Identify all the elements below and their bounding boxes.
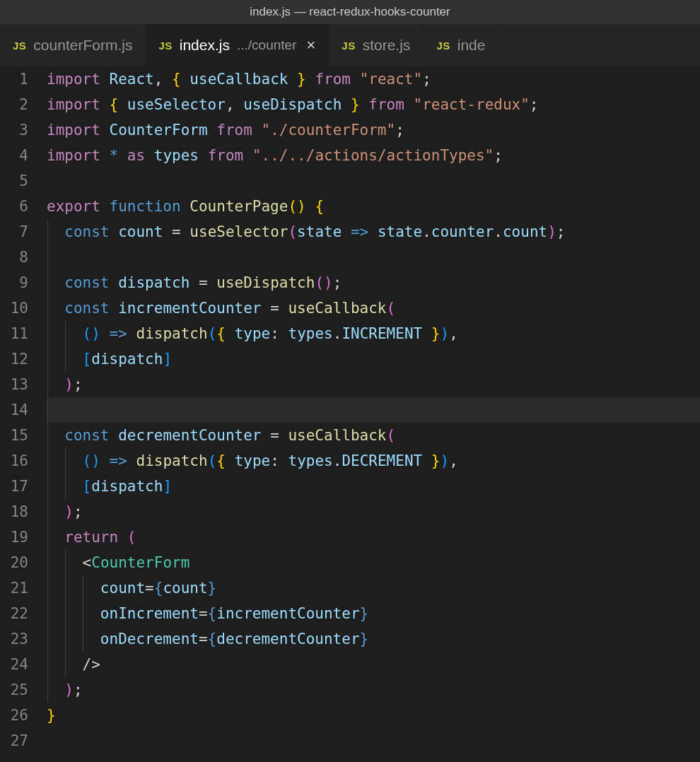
- token: "react": [360, 71, 423, 88]
- code-line[interactable]: );: [47, 372, 700, 397]
- close-icon[interactable]: ×: [306, 36, 315, 54]
- token: [110, 427, 119, 444]
- token: =: [199, 274, 208, 291]
- token: .: [333, 325, 342, 342]
- token: [226, 452, 235, 469]
- token: [127, 325, 136, 342]
- code-line[interactable]: const count = useSelector(state => state…: [47, 219, 700, 245]
- token: count: [118, 223, 163, 240]
- token: "../../actions/actionTypes": [252, 147, 494, 164]
- indent-guide: [47, 423, 48, 448]
- code-line[interactable]: () => dispatch({ type: types.DECREMENT }…: [47, 448, 700, 474]
- token: (: [387, 427, 396, 444]
- code-line[interactable]: const decrementCounter = useCallback(: [47, 423, 700, 448]
- tab-label: store.js: [363, 37, 411, 54]
- token: =>: [110, 452, 127, 469]
- code-line[interactable]: [47, 397, 700, 423]
- indent-guide: [65, 321, 66, 346]
- indent-guide: [47, 677, 48, 703]
- tab-bar: JScounterForm.jsJSindex.js.../counter×JS…: [0, 24, 700, 66]
- token: [422, 452, 431, 469]
- code-line[interactable]: return (: [47, 524, 700, 550]
- code-line[interactable]: count={count}: [47, 575, 700, 601]
- code-line[interactable]: onIncrement={incrementCounter}: [47, 601, 700, 626]
- tab-store-js[interactable]: JSstore.js: [329, 24, 424, 66]
- token: dispatch: [136, 452, 208, 469]
- line-number: 24: [0, 652, 28, 677]
- token: useDispatch: [243, 96, 342, 113]
- token: [243, 147, 252, 164]
- code-line[interactable]: />: [47, 652, 700, 677]
- token: [110, 300, 119, 317]
- code-line[interactable]: }: [47, 703, 700, 728]
- line-number: 21: [0, 575, 28, 601]
- code-line[interactable]: import CounterForm from "./counterForm";: [47, 117, 700, 143]
- token: INCREMENT: [342, 325, 422, 342]
- token: from: [208, 147, 244, 164]
- code-line[interactable]: [47, 728, 700, 754]
- token: [306, 71, 315, 88]
- tab-index-js[interactable]: JSindex.js.../counter×: [146, 24, 329, 66]
- code-line[interactable]: const incrementCounter = useCallback(: [47, 295, 700, 321]
- code-line[interactable]: const dispatch = useDispatch();: [47, 270, 700, 295]
- token: [306, 198, 315, 215]
- token: }: [208, 580, 217, 597]
- line-number: 19: [0, 524, 28, 550]
- token: ;: [74, 681, 83, 698]
- token: {: [216, 452, 226, 469]
- token: ): [547, 223, 556, 240]
- token: [368, 223, 378, 240]
- token: [118, 96, 127, 113]
- token: [422, 325, 431, 342]
- token: [47, 681, 64, 698]
- token: (: [83, 452, 92, 469]
- code-area[interactable]: import React, { useCallback } from "reac…: [47, 66, 700, 762]
- token: (: [208, 452, 217, 469]
- token: }: [360, 631, 369, 647]
- token: types: [288, 325, 333, 342]
- token: }: [431, 452, 441, 469]
- js-file-icon: JS: [13, 40, 26, 52]
- token: [100, 122, 110, 139]
- code-line[interactable]: [47, 245, 700, 270]
- code-line[interactable]: import React, { useCallback } from "reac…: [47, 66, 700, 92]
- tab-counterForm-js[interactable]: JScounterForm.js: [0, 24, 146, 66]
- code-line[interactable]: [47, 168, 700, 194]
- token: [47, 631, 100, 647]
- code-line[interactable]: );: [47, 677, 700, 703]
- token: [342, 223, 351, 240]
- token: ): [441, 325, 450, 342]
- indent-guide: [65, 575, 66, 601]
- code-line[interactable]: <CounterForm: [47, 550, 700, 575]
- token: {: [154, 580, 163, 597]
- token: =: [172, 223, 181, 240]
- token: [208, 274, 217, 291]
- token: [279, 325, 288, 342]
- code-line[interactable]: import * as types from "../../actions/ac…: [47, 143, 700, 168]
- line-number: 23: [0, 626, 28, 652]
- code-line[interactable]: import { useSelector, useDispatch } from…: [47, 92, 700, 117]
- token: [110, 274, 119, 291]
- token: import: [47, 96, 100, 113]
- line-number: 26: [0, 703, 28, 728]
- code-line[interactable]: [dispatch]: [47, 474, 700, 499]
- line-number: 12: [0, 346, 28, 372]
- tab-inde[interactable]: JSinde: [424, 24, 498, 66]
- token: [163, 223, 172, 240]
- indent-guide: [47, 626, 48, 652]
- token: [47, 427, 64, 444]
- code-line[interactable]: export function CounterPage() {: [47, 194, 700, 219]
- code-line[interactable]: );: [47, 499, 700, 524]
- line-number: 3: [0, 117, 28, 143]
- token: ,: [449, 452, 458, 469]
- token: state: [378, 223, 422, 240]
- token: from: [216, 122, 252, 139]
- code-line[interactable]: () => dispatch({ type: types.INCREMENT }…: [47, 321, 700, 346]
- token: *: [110, 147, 119, 164]
- token: [: [83, 478, 92, 495]
- token: =: [199, 631, 208, 647]
- code-line[interactable]: onDecrement={decrementCounter}: [47, 626, 700, 652]
- code-line[interactable]: [dispatch]: [47, 346, 700, 372]
- token: [47, 376, 64, 393]
- token: dispatch: [118, 274, 189, 291]
